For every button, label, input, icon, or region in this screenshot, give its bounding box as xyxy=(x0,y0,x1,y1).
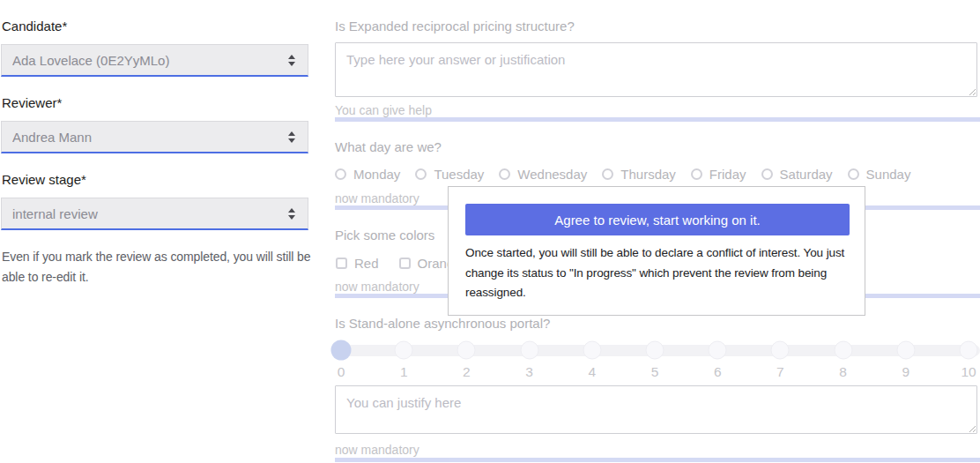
radio-option-wednesday[interactable]: Wednesday xyxy=(499,167,587,182)
day-hint: now mandatory xyxy=(335,191,419,205)
tick-label: 8 xyxy=(839,364,847,380)
review-form-screen: Candidate* Ada Lovelace (0E2YyMLo) Revie… xyxy=(0,0,980,463)
section-divider xyxy=(335,458,980,462)
slider-dot[interactable] xyxy=(457,341,476,360)
tick-label: 6 xyxy=(714,364,722,380)
agree-button[interactable]: Agree to review, start working on it. xyxy=(465,204,850,235)
updown-arrows-icon xyxy=(288,55,295,66)
radio-label: Tuesday xyxy=(434,167,484,182)
portal-hint: now mandatory xyxy=(335,443,419,457)
slider-dot[interactable] xyxy=(709,341,727,360)
pricing-hint: You can give help xyxy=(335,103,432,117)
candidate-label: Candidate* xyxy=(2,19,67,34)
tick-label: 4 xyxy=(588,364,596,380)
checkbox-option-red[interactable]: Red xyxy=(336,256,379,271)
review-stage-label: Review stage* xyxy=(2,172,86,187)
question-day-label: What day are we? xyxy=(335,139,442,154)
tick-label: 9 xyxy=(902,364,909,380)
radio-label: Friday xyxy=(709,167,746,182)
radio-option-monday[interactable]: Monday xyxy=(335,167,400,182)
radio-option-friday[interactable]: Friday xyxy=(691,167,746,182)
checkbox-label: Red xyxy=(354,256,379,271)
radio-icon xyxy=(602,168,613,180)
slider-dot[interactable] xyxy=(395,341,413,360)
radio-label: Monday xyxy=(353,167,400,182)
review-stage-select-value: internal review xyxy=(12,206,288,221)
portal-justify-textarea[interactable] xyxy=(335,385,977,434)
radio-icon xyxy=(761,168,773,180)
radio-option-saturday[interactable]: Saturday xyxy=(761,167,833,182)
tick-label: 3 xyxy=(525,364,533,380)
slider-dot[interactable] xyxy=(960,341,978,360)
tick-label: 0 xyxy=(338,364,345,380)
slider-dot[interactable] xyxy=(834,341,852,360)
radio-option-tuesday[interactable]: Tuesday xyxy=(415,167,484,182)
question-pricing-label: Is Expanded reciprocal pricing structure… xyxy=(335,19,575,34)
reviewer-select-value: Andrea Mann xyxy=(12,130,288,145)
radio-label: Thursday xyxy=(620,167,676,182)
radio-option-sunday[interactable]: Sunday xyxy=(848,167,911,182)
tick-label: 1 xyxy=(400,364,408,380)
review-stage-select[interactable]: internal review xyxy=(1,198,308,230)
radio-label: Saturday xyxy=(780,167,833,182)
slider-dot[interactable] xyxy=(646,341,664,360)
question-colors-label: Pick some colors xyxy=(335,228,434,243)
reviewer-select[interactable]: Andrea Mann xyxy=(1,121,308,153)
review-edit-note: Even if you mark the review as completed… xyxy=(2,247,316,288)
updown-arrows-icon xyxy=(288,208,295,220)
slider-dot[interactable] xyxy=(896,341,915,360)
radio-label: Wednesday xyxy=(517,167,587,182)
updown-arrows-icon xyxy=(288,131,295,143)
portal-score-slider[interactable] xyxy=(335,339,980,362)
slider-dot[interactable] xyxy=(771,341,790,360)
review-meta-panel: Candidate* Ada Lovelace (0E2YyMLo) Revie… xyxy=(0,0,317,463)
radio-icon xyxy=(691,168,702,180)
checkbox-icon xyxy=(399,258,411,269)
slider-dots xyxy=(341,339,969,362)
day-radio-group: Monday Tuesday Wednesday Thursday Friday… xyxy=(335,167,910,182)
reviewer-label: Reviewer* xyxy=(2,95,62,110)
candidate-select[interactable]: Ada Lovelace (0E2YyMLo) xyxy=(1,44,308,77)
slider-handle[interactable] xyxy=(331,340,352,361)
pricing-answer-textarea[interactable] xyxy=(335,42,977,97)
tick-label: 10 xyxy=(961,364,976,380)
question-portal-label: Is Stand-alone asynchronous portal? xyxy=(335,316,550,331)
tick-label: 2 xyxy=(463,364,471,380)
radio-option-thursday[interactable]: Thursday xyxy=(602,167,676,182)
slider-dot[interactable] xyxy=(583,341,601,360)
agree-modal: Agree to review, start working on it. On… xyxy=(448,186,865,316)
tick-label: 5 xyxy=(651,364,659,380)
section-divider xyxy=(335,117,980,122)
colors-hint: now mandatory xyxy=(335,280,419,294)
tick-label: 7 xyxy=(776,364,784,380)
colors-checkbox-group: Red Orange xyxy=(336,256,462,271)
radio-icon xyxy=(335,168,346,180)
radio-icon xyxy=(848,168,859,180)
candidate-select-value: Ada Lovelace (0E2YyMLo) xyxy=(12,53,288,68)
agree-modal-description: Once started, you will still be able to … xyxy=(465,243,850,303)
radio-label: Sunday xyxy=(866,167,911,182)
radio-icon xyxy=(415,168,427,180)
slider-dot[interactable] xyxy=(520,341,538,360)
slider-tick-labels: 0 1 2 3 4 5 6 7 8 9 10 xyxy=(341,364,969,380)
checkbox-icon xyxy=(336,258,347,269)
radio-icon xyxy=(499,168,510,180)
